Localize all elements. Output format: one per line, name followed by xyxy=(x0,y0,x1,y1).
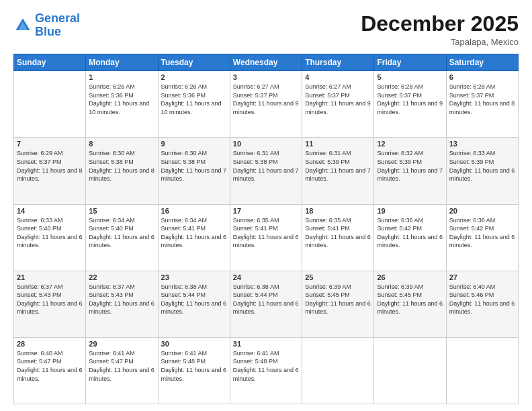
day-of-week-header: Wednesday xyxy=(230,54,302,71)
calendar-cell: 13Sunrise: 6:33 AM Sunset: 5:39 PM Dayli… xyxy=(446,138,518,204)
calendar-cell: 22Sunrise: 6:37 AM Sunset: 5:43 PM Dayli… xyxy=(86,271,158,337)
day-info: Sunrise: 6:35 AM Sunset: 5:41 PM Dayligh… xyxy=(305,216,371,250)
calendar-cell: 18Sunrise: 6:35 AM Sunset: 5:41 PM Dayli… xyxy=(302,204,374,271)
calendar-week-row: 7Sunrise: 6:29 AM Sunset: 5:37 PM Daylig… xyxy=(14,138,519,204)
calendar-cell: 7Sunrise: 6:29 AM Sunset: 5:37 PM Daylig… xyxy=(14,138,86,204)
calendar-cell: 25Sunrise: 6:39 AM Sunset: 5:45 PM Dayli… xyxy=(302,271,374,337)
calendar-cell: 12Sunrise: 6:32 AM Sunset: 5:39 PM Dayli… xyxy=(374,138,446,204)
day-info: Sunrise: 6:39 AM Sunset: 5:45 PM Dayligh… xyxy=(305,283,371,316)
day-info: Sunrise: 6:27 AM Sunset: 5:37 PM Dayligh… xyxy=(305,83,371,116)
day-number: 5 xyxy=(377,73,443,81)
day-info: Sunrise: 6:28 AM Sunset: 5:37 PM Dayligh… xyxy=(377,83,443,116)
logo-icon xyxy=(13,16,32,35)
calendar-cell: 26Sunrise: 6:39 AM Sunset: 5:45 PM Dayli… xyxy=(374,271,446,337)
calendar-cell: 20Sunrise: 6:36 AM Sunset: 5:42 PM Dayli… xyxy=(446,204,518,271)
calendar-header-row: SundayMondayTuesdayWednesdayThursdayFrid… xyxy=(14,54,519,71)
day-number: 13 xyxy=(449,140,515,148)
day-info: Sunrise: 6:31 AM Sunset: 5:38 PM Dayligh… xyxy=(233,149,299,183)
day-number: 18 xyxy=(305,207,371,215)
day-number: 23 xyxy=(161,273,227,281)
calendar-cell xyxy=(302,337,374,404)
calendar-cell: 2Sunrise: 6:26 AM Sunset: 5:36 PM Daylig… xyxy=(158,71,230,138)
calendar-cell: 14Sunrise: 6:33 AM Sunset: 5:40 PM Dayli… xyxy=(14,204,86,271)
logo: General Blue xyxy=(13,12,80,39)
calendar-week-row: 14Sunrise: 6:33 AM Sunset: 5:40 PM Dayli… xyxy=(14,204,519,271)
calendar-cell: 19Sunrise: 6:36 AM Sunset: 5:42 PM Dayli… xyxy=(374,204,446,271)
day-of-week-header: Saturday xyxy=(446,54,518,71)
day-info: Sunrise: 6:30 AM Sunset: 5:38 PM Dayligh… xyxy=(89,149,154,183)
calendar-cell: 8Sunrise: 6:30 AM Sunset: 5:38 PM Daylig… xyxy=(86,138,158,204)
header: General Blue December 2025 Tapalapa, Mex… xyxy=(13,12,519,47)
calendar-week-row: 21Sunrise: 6:37 AM Sunset: 5:43 PM Dayli… xyxy=(14,271,519,337)
day-number: 21 xyxy=(17,273,83,281)
day-of-week-header: Sunday xyxy=(14,54,86,71)
calendar-cell: 23Sunrise: 6:38 AM Sunset: 5:44 PM Dayli… xyxy=(158,271,230,337)
logo-general: General xyxy=(35,11,80,25)
day-number: 19 xyxy=(377,207,443,215)
day-number: 2 xyxy=(161,73,227,81)
day-info: Sunrise: 6:37 AM Sunset: 5:43 PM Dayligh… xyxy=(17,283,83,316)
day-number: 20 xyxy=(449,207,515,215)
calendar-week-row: 28Sunrise: 6:40 AM Sunset: 5:47 PM Dayli… xyxy=(14,337,519,404)
day-info: Sunrise: 6:31 AM Sunset: 5:39 PM Dayligh… xyxy=(305,149,371,183)
day-number: 9 xyxy=(161,140,227,148)
day-number: 16 xyxy=(161,207,227,215)
calendar-cell: 28Sunrise: 6:40 AM Sunset: 5:47 PM Dayli… xyxy=(14,337,86,404)
day-of-week-header: Friday xyxy=(374,54,446,71)
calendar-cell: 24Sunrise: 6:38 AM Sunset: 5:44 PM Dayli… xyxy=(230,271,302,337)
day-of-week-header: Tuesday xyxy=(158,54,230,71)
calendar-cell: 11Sunrise: 6:31 AM Sunset: 5:39 PM Dayli… xyxy=(302,138,374,204)
calendar-cell xyxy=(446,337,518,404)
day-of-week-header: Monday xyxy=(86,54,158,71)
calendar-cell: 3Sunrise: 6:27 AM Sunset: 5:37 PM Daylig… xyxy=(230,71,302,138)
day-number: 15 xyxy=(89,207,154,215)
day-info: Sunrise: 6:38 AM Sunset: 5:44 PM Dayligh… xyxy=(233,283,299,316)
day-number: 7 xyxy=(17,140,83,148)
day-number: 12 xyxy=(377,140,443,148)
day-info: Sunrise: 6:40 AM Sunset: 5:47 PM Dayligh… xyxy=(17,349,83,383)
calendar-cell xyxy=(14,71,86,138)
day-info: Sunrise: 6:41 AM Sunset: 5:48 PM Dayligh… xyxy=(233,349,299,383)
day-number: 22 xyxy=(89,273,154,281)
day-number: 17 xyxy=(233,207,299,215)
calendar-cell: 29Sunrise: 6:41 AM Sunset: 5:47 PM Dayli… xyxy=(86,337,158,404)
day-info: Sunrise: 6:29 AM Sunset: 5:37 PM Dayligh… xyxy=(17,149,83,183)
location: Tapalapa, Mexico xyxy=(361,37,519,47)
day-info: Sunrise: 6:38 AM Sunset: 5:44 PM Dayligh… xyxy=(161,283,227,316)
day-number: 8 xyxy=(89,140,154,148)
day-info: Sunrise: 6:36 AM Sunset: 5:42 PM Dayligh… xyxy=(377,216,443,250)
day-info: Sunrise: 6:40 AM Sunset: 5:46 PM Dayligh… xyxy=(449,283,515,316)
calendar-cell: 27Sunrise: 6:40 AM Sunset: 5:46 PM Dayli… xyxy=(446,271,518,337)
day-info: Sunrise: 6:37 AM Sunset: 5:43 PM Dayligh… xyxy=(89,283,154,316)
calendar-cell: 17Sunrise: 6:35 AM Sunset: 5:41 PM Dayli… xyxy=(230,204,302,271)
day-number: 29 xyxy=(89,340,154,348)
day-info: Sunrise: 6:36 AM Sunset: 5:42 PM Dayligh… xyxy=(449,216,515,250)
day-info: Sunrise: 6:33 AM Sunset: 5:40 PM Dayligh… xyxy=(17,216,83,250)
page: General Blue December 2025 Tapalapa, Mex… xyxy=(0,0,532,411)
day-info: Sunrise: 6:26 AM Sunset: 5:36 PM Dayligh… xyxy=(161,83,227,116)
day-number: 1 xyxy=(89,73,154,81)
logo-text: General Blue xyxy=(35,12,80,39)
logo-blue: Blue xyxy=(35,25,61,38)
day-number: 14 xyxy=(17,207,83,215)
day-number: 30 xyxy=(161,340,227,348)
calendar-cell xyxy=(374,337,446,404)
title-block: December 2025 Tapalapa, Mexico xyxy=(361,12,519,47)
day-info: Sunrise: 6:30 AM Sunset: 5:38 PM Dayligh… xyxy=(161,149,227,183)
calendar-cell: 16Sunrise: 6:34 AM Sunset: 5:41 PM Dayli… xyxy=(158,204,230,271)
calendar-cell: 15Sunrise: 6:34 AM Sunset: 5:40 PM Dayli… xyxy=(86,204,158,271)
calendar-cell: 21Sunrise: 6:37 AM Sunset: 5:43 PM Dayli… xyxy=(14,271,86,337)
day-info: Sunrise: 6:35 AM Sunset: 5:41 PM Dayligh… xyxy=(233,216,299,250)
calendar-cell: 9Sunrise: 6:30 AM Sunset: 5:38 PM Daylig… xyxy=(158,138,230,204)
day-info: Sunrise: 6:39 AM Sunset: 5:45 PM Dayligh… xyxy=(377,283,443,316)
calendar-cell: 31Sunrise: 6:41 AM Sunset: 5:48 PM Dayli… xyxy=(230,337,302,404)
day-number: 3 xyxy=(233,73,299,81)
day-info: Sunrise: 6:27 AM Sunset: 5:37 PM Dayligh… xyxy=(233,83,299,116)
day-info: Sunrise: 6:34 AM Sunset: 5:40 PM Dayligh… xyxy=(89,216,154,250)
calendar-week-row: 1Sunrise: 6:26 AM Sunset: 5:36 PM Daylig… xyxy=(14,71,519,138)
day-number: 27 xyxy=(449,273,515,281)
calendar-cell: 6Sunrise: 6:28 AM Sunset: 5:37 PM Daylig… xyxy=(446,71,518,138)
day-info: Sunrise: 6:34 AM Sunset: 5:41 PM Dayligh… xyxy=(161,216,227,250)
month-title: December 2025 xyxy=(361,12,519,36)
day-number: 10 xyxy=(233,140,299,148)
